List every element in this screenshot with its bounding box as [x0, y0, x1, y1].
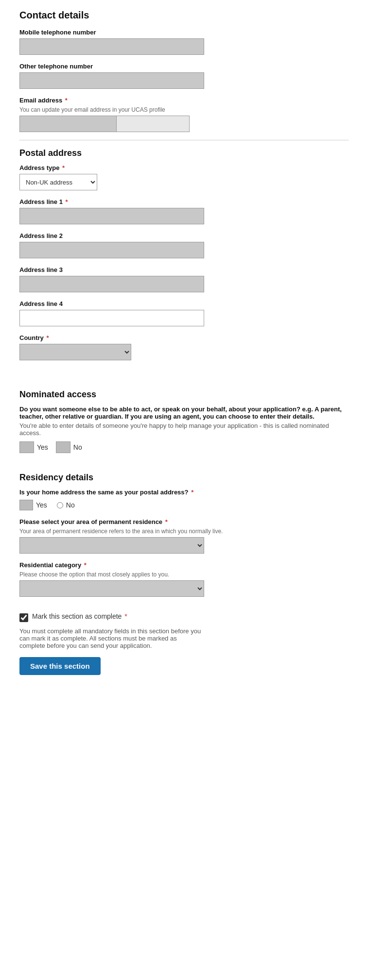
home-address-yes-item[interactable]: Yes: [19, 500, 47, 510]
country-required: *: [45, 334, 49, 341]
address-line1-required: *: [64, 198, 68, 205]
email-required-marker: *: [63, 97, 68, 104]
address-type-group: Address type * Non-UK address UK address: [19, 164, 349, 190]
nominated-access-yes-no: Yes No: [19, 441, 349, 453]
email-address-group: Email address * You can update your emai…: [19, 97, 349, 132]
address-line3-group: Address line 3: [19, 266, 349, 292]
postal-address-title: Postal address: [19, 148, 349, 158]
nominated-access-section: Nominated access Do you want someone els…: [19, 389, 349, 453]
address-line2-label: Address line 2: [19, 232, 349, 239]
address-line3-input[interactable]: [19, 276, 204, 292]
mobile-telephone-input[interactable]: [19, 38, 204, 55]
country-label: Country *: [19, 334, 349, 341]
address-type-label: Address type *: [19, 164, 349, 171]
area-residence-label: Please select your area of permanent res…: [19, 518, 349, 525]
nominated-no-item[interactable]: No: [56, 441, 82, 453]
address-line1-group: Address line 1 *: [19, 198, 349, 224]
nominated-no-toggle[interactable]: [56, 441, 70, 453]
area-residence-select[interactable]: [19, 537, 204, 554]
contact-details-section: Contact details Mobile telephone number …: [19, 10, 349, 360]
address-type-select[interactable]: Non-UK address UK address: [19, 174, 97, 190]
mark-complete-checkbox[interactable]: [19, 613, 28, 622]
home-address-no-radio[interactable]: [57, 502, 63, 508]
address-line4-group: Address line 4: [19, 300, 349, 326]
home-address-same-required: *: [190, 489, 194, 496]
residency-details-title: Residency details: [19, 473, 349, 483]
nominated-yes-label: Yes: [37, 443, 48, 451]
residency-details-section: Residency details Is your home address t…: [19, 473, 349, 597]
mark-complete-section: Mark this section as complete * You must…: [19, 612, 349, 675]
nominated-yes-item[interactable]: Yes: [19, 441, 48, 453]
complete-note: You must complete all mandatory fields i…: [19, 627, 204, 649]
mobile-telephone-group: Mobile telephone number: [19, 29, 349, 55]
address-line1-label: Address line 1 *: [19, 198, 349, 205]
area-residence-group: Please select your area of permanent res…: [19, 518, 349, 554]
home-address-same-group: Is your home address the same as your po…: [19, 489, 349, 510]
email-input-row: [19, 116, 349, 132]
nominated-no-label: No: [73, 443, 82, 451]
home-address-yes-toggle[interactable]: [19, 500, 33, 510]
mark-complete-row: Mark this section as complete *: [19, 612, 349, 623]
postal-address-divider: [19, 140, 349, 140]
address-line3-label: Address line 3: [19, 266, 349, 273]
residential-category-group: Residential category * Please choose the…: [19, 561, 349, 597]
home-address-no-label: No: [66, 501, 75, 509]
home-address-same-label: Is your home address the same as your po…: [19, 489, 349, 496]
save-section-button[interactable]: Save this section: [19, 657, 101, 675]
nominated-yes-toggle[interactable]: [19, 441, 34, 453]
area-residence-hint: Your area of permanent residence refers …: [19, 528, 349, 535]
email-input-part1[interactable]: [19, 116, 117, 132]
address-line2-group: Address line 2: [19, 232, 349, 258]
residential-category-select[interactable]: [19, 580, 204, 597]
residential-category-hint: Please choose the option that most close…: [19, 571, 349, 578]
other-telephone-label: Other telephone number: [19, 63, 349, 70]
mark-complete-label[interactable]: Mark this section as complete *: [32, 612, 127, 620]
other-telephone-group: Other telephone number: [19, 63, 349, 89]
residential-category-required: *: [82, 561, 87, 569]
nominated-access-title: Nominated access: [19, 389, 349, 400]
other-telephone-input[interactable]: [19, 72, 204, 89]
residential-category-label: Residential category *: [19, 561, 349, 569]
mobile-telephone-label: Mobile telephone number: [19, 29, 349, 36]
country-group: Country *: [19, 334, 349, 360]
nominated-access-description-bold: Do you want someone else to be able to a…: [19, 406, 349, 420]
nominated-access-description-normal: You're able to enter details of someone …: [19, 422, 349, 437]
country-select[interactable]: [19, 344, 131, 360]
address-line4-label: Address line 4: [19, 300, 349, 307]
email-address-label: Email address *: [19, 97, 349, 104]
address-line2-input[interactable]: [19, 242, 204, 258]
address-line4-input[interactable]: [19, 310, 204, 326]
address-type-required: *: [60, 164, 65, 171]
home-address-yes-label: Yes: [36, 501, 47, 509]
home-address-yes-no: Yes No: [19, 500, 349, 510]
contact-details-title: Contact details: [19, 10, 349, 21]
email-hint: You can update your email address in you…: [19, 106, 349, 113]
home-address-no-item[interactable]: No: [57, 501, 75, 509]
mark-complete-required: *: [123, 612, 127, 620]
area-residence-required: *: [163, 518, 168, 525]
email-input-part2[interactable]: [117, 116, 190, 132]
address-line1-input[interactable]: [19, 208, 204, 224]
